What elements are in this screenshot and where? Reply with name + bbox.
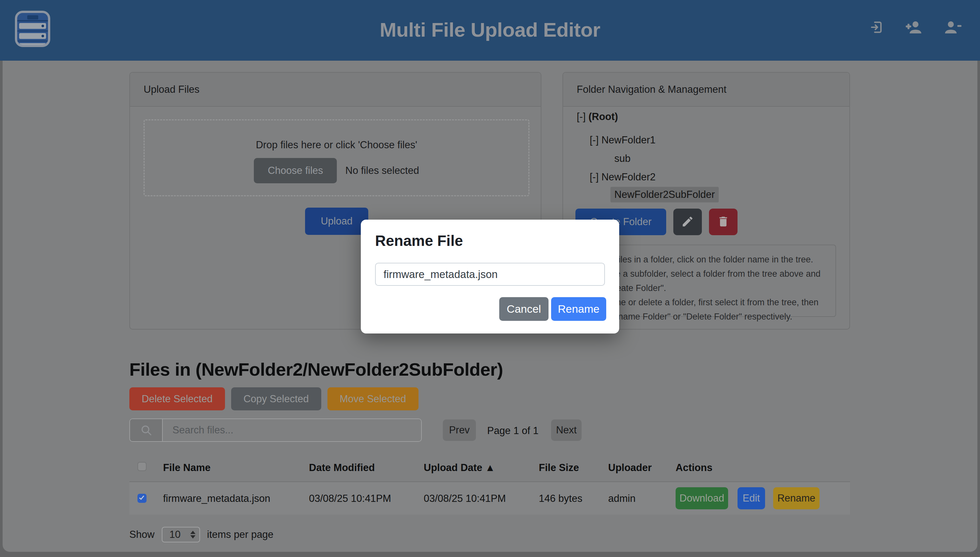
tree-item-newfolder1[interactable]: [-] NewFolder1	[590, 134, 655, 146]
app-title: Multi File Upload Editor	[0, 18, 980, 41]
sort-ascending-icon: ▲	[485, 462, 495, 473]
copy-selected-button[interactable]: Copy Selected	[231, 388, 321, 410]
file-dropzone[interactable]: Drop files here or click 'Choose files' …	[144, 119, 529, 196]
upload-button[interactable]: Upload	[305, 208, 368, 235]
delete-selected-button[interactable]: Delete Selected	[129, 388, 225, 410]
column-header-actions: Actions	[676, 462, 712, 474]
search-files-input[interactable]	[163, 419, 421, 441]
search-icon	[130, 419, 163, 441]
column-header-upload-date[interactable]: Upload Date ▲	[424, 462, 495, 474]
select-all-checkbox[interactable]	[138, 462, 146, 471]
row-rename-button[interactable]: Rename	[773, 487, 819, 509]
choose-files-button[interactable]: Choose files	[254, 158, 337, 183]
search-files-group	[129, 419, 422, 442]
items-per-page-label: items per page	[207, 529, 274, 541]
files-section-heading: Files in (NewFolder2/NewFolder2SubFolder…	[129, 359, 503, 380]
tree-item-newfolder2[interactable]: [-] NewFolder2	[590, 171, 655, 183]
dropzone-hint: Drop files here or click 'Choose files'	[144, 139, 529, 151]
rename-folder-button[interactable]	[673, 208, 702, 235]
edit-button[interactable]: Edit	[738, 487, 765, 509]
rename-filename-input[interactable]	[375, 263, 605, 286]
column-header-file-size[interactable]: File Size	[539, 462, 579, 474]
modal-cancel-button[interactable]: Cancel	[499, 297, 548, 321]
remove-user-icon[interactable]	[944, 20, 962, 35]
items-per-page-select[interactable]: 10	[162, 527, 200, 542]
upload-panel-title: Upload Files	[130, 73, 541, 107]
cell-upload-date: 03/08/25 10:41PM	[424, 493, 506, 505]
tree-item-sub[interactable]: sub	[614, 153, 631, 164]
cell-file-name: firmware_metadata.json	[163, 493, 270, 505]
show-label: Show	[129, 529, 155, 541]
trash-icon	[717, 215, 730, 229]
page-indicator: Page 1 of 1	[484, 425, 542, 436]
app-stage: Multi File Upload Editor	[0, 0, 980, 557]
select-stepper-icon	[190, 531, 195, 539]
logout-icon[interactable]	[869, 20, 884, 35]
column-header-date-modified[interactable]: Date Modified	[309, 462, 375, 474]
next-page-button[interactable]: Next	[551, 419, 582, 441]
column-header-file-name[interactable]: File Name	[163, 462, 210, 474]
delete-folder-button[interactable]	[709, 208, 738, 235]
rename-file-modal: Rename File Cancel Rename	[361, 220, 619, 334]
cell-file-size: 146 bytes	[539, 493, 582, 505]
add-user-icon[interactable]	[905, 20, 923, 35]
tree-item-root[interactable]: [-] (Root)	[577, 111, 618, 123]
move-selected-button[interactable]: Move Selected	[328, 388, 419, 410]
cell-uploader: admin	[608, 493, 635, 505]
modal-rename-button[interactable]: Rename	[551, 297, 606, 321]
cell-date-modified: 03/08/25 10:41PM	[309, 493, 391, 505]
column-header-uploader[interactable]: Uploader	[608, 462, 652, 474]
modal-title: Rename File	[375, 232, 463, 249]
app-header: Multi File Upload Editor	[0, 0, 980, 61]
tree-item-newfolder2subfolder[interactable]: NewFolder2SubFolder	[610, 187, 719, 202]
no-files-selected-label: No files selected	[345, 165, 419, 176]
row-checkbox-checked[interactable]	[138, 494, 146, 503]
download-button[interactable]: Download	[676, 487, 728, 509]
pencil-icon	[681, 215, 694, 229]
folder-panel-title: Folder Navigation & Management	[563, 73, 849, 107]
prev-page-button[interactable]: Prev	[443, 419, 476, 441]
